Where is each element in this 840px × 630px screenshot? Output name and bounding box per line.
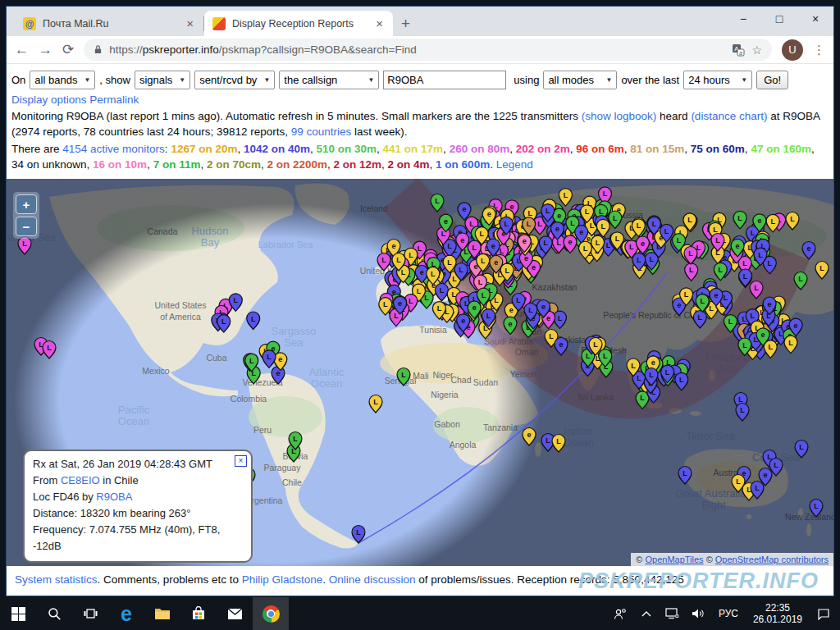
sentrcvd-select[interactable]: sent/rcvd by▼ xyxy=(194,71,275,89)
map-marker[interactable]: e xyxy=(272,367,285,385)
file-explorer-button[interactable] xyxy=(144,597,180,630)
map-marker[interactable]: L xyxy=(733,211,746,229)
back-icon[interactable]: ← xyxy=(15,43,29,57)
map-marker[interactable]: e xyxy=(504,317,517,335)
popup-close-icon[interactable]: × xyxy=(235,455,247,467)
taskbar-clock[interactable]: 22:35 26.01.2019 xyxy=(746,602,809,625)
map-marker[interactable]: e xyxy=(802,242,815,260)
signals-select[interactable]: signals▼ xyxy=(135,71,190,89)
callsign-input[interactable]: R9OBA xyxy=(383,71,506,89)
philip-gladstone-link[interactable]: Philip Gladstone xyxy=(242,573,322,586)
map-marker[interactable]: L xyxy=(786,212,799,231)
callsign-ce8eio-link[interactable]: CE8EIO xyxy=(61,474,100,486)
search-button[interactable] xyxy=(36,597,72,630)
svg-text:L: L xyxy=(447,242,452,250)
distance-chart-link[interactable]: (distance chart) xyxy=(691,110,767,122)
openmaptiles-link[interactable]: OpenMapTiles xyxy=(645,555,703,564)
minimize-button[interactable]: − xyxy=(725,7,761,31)
modes-select[interactable]: all modes▼ xyxy=(543,71,617,89)
tab-close-icon[interactable]: × xyxy=(185,17,195,30)
edge-button[interactable]: e xyxy=(108,597,144,630)
map-marker[interactable]: L xyxy=(609,211,622,229)
keyboard-language[interactable]: РУС xyxy=(714,608,743,619)
map-marker[interactable]: L xyxy=(552,435,565,453)
map-marker[interactable]: L xyxy=(675,372,688,390)
map-marker[interactable]: L xyxy=(684,247,697,265)
translate-icon[interactable]: A a xyxy=(732,43,745,57)
map-marker[interactable]: L xyxy=(554,311,567,329)
map-marker[interactable]: L xyxy=(262,350,276,368)
permalink-link[interactable]: Permalink xyxy=(89,94,139,106)
map-marker[interactable]: e xyxy=(555,338,568,356)
windows-taskbar: e xyxy=(0,597,840,630)
profile-avatar[interactable]: U xyxy=(782,39,803,61)
store-button[interactable] xyxy=(180,597,217,630)
svg-text:e: e xyxy=(579,228,583,236)
map-marker[interactable]: L xyxy=(784,336,797,354)
task-view-button[interactable] xyxy=(72,597,108,630)
svg-text:L: L xyxy=(440,286,445,294)
people-button[interactable] xyxy=(609,597,632,630)
reception-map[interactable]: Bering SeaCanadaHudsonBayLabrador SeaIce… xyxy=(7,179,833,566)
browser-menu-icon[interactable]: ⋮ xyxy=(813,43,825,57)
map-marker[interactable]: L xyxy=(815,262,829,280)
forward-icon[interactable]: → xyxy=(39,43,52,57)
map-marker[interactable]: L xyxy=(685,263,698,281)
map-marker[interactable]: L xyxy=(431,194,444,212)
map-marker[interactable]: L xyxy=(739,269,752,287)
zoom-out-button[interactable]: − xyxy=(16,217,37,236)
callsign-mode-select[interactable]: the callsign▼ xyxy=(279,71,379,89)
callsign-r9oba-link[interactable]: R9OBA xyxy=(96,491,132,503)
openstreetmap-link[interactable]: OpenStreetMap contributors xyxy=(715,555,829,564)
chevron-up-icon xyxy=(641,610,651,617)
svg-text:e: e xyxy=(557,212,561,220)
svg-text:L: L xyxy=(528,209,533,217)
map-marker[interactable]: e xyxy=(523,428,536,446)
map-marker[interactable]: L xyxy=(794,272,807,290)
online-discussion-link[interactable]: Online discussion xyxy=(329,573,416,586)
map-marker[interactable]: L xyxy=(678,467,692,485)
svg-text:L: L xyxy=(713,226,718,234)
active-monitors-link[interactable]: 4154 active monitors xyxy=(62,143,165,155)
new-tab-button[interactable]: + xyxy=(393,15,420,36)
map-marker[interactable]: L xyxy=(247,312,260,330)
map-marker[interactable]: L xyxy=(43,341,56,359)
bookmark-star-icon[interactable]: ☆ xyxy=(751,43,762,57)
tab-mail-ru[interactable]: @ Почта Mail.Ru × xyxy=(15,11,203,36)
tray-expand-button[interactable] xyxy=(635,597,658,630)
address-bar[interactable]: https://pskreporter.info/pskmap?callsign… xyxy=(84,39,772,61)
map-marker[interactable]: L xyxy=(736,404,749,422)
go-button[interactable]: Go! xyxy=(756,71,788,89)
chrome-button[interactable] xyxy=(253,597,289,630)
map-marker[interactable]: L xyxy=(750,281,763,299)
volume-button[interactable] xyxy=(687,597,710,630)
svg-text:L: L xyxy=(664,227,669,235)
action-center-button[interactable] xyxy=(812,597,835,630)
map-marker[interactable]: L xyxy=(397,368,410,386)
period-select[interactable]: 24 hours▼ xyxy=(683,71,752,89)
map-marker[interactable]: L xyxy=(693,311,706,329)
zoom-in-button[interactable]: + xyxy=(16,194,37,214)
network-button[interactable] xyxy=(661,597,684,630)
mail-button[interactable] xyxy=(217,597,253,630)
map-marker[interactable]: L xyxy=(377,253,390,272)
map-marker[interactable]: L xyxy=(795,441,808,459)
bands-select[interactable]: all bands▼ xyxy=(30,71,95,89)
show-logbook-link[interactable]: (show logbook) xyxy=(582,110,657,122)
close-button[interactable]: × xyxy=(797,7,833,31)
reload-icon[interactable]: ⟳ xyxy=(62,43,74,57)
tab-reception-reports[interactable]: Display Reception Reports × xyxy=(204,11,393,36)
tab-close-icon[interactable]: × xyxy=(374,17,385,30)
map-marker[interactable]: L xyxy=(369,395,382,413)
map-marker[interactable]: e xyxy=(564,235,577,253)
countries-link[interactable]: 99 countries xyxy=(291,126,352,138)
map-marker[interactable]: L xyxy=(810,500,823,518)
legend-link[interactable]: Legend xyxy=(496,158,533,171)
map-marker[interactable]: L xyxy=(18,237,31,255)
maximize-button[interactable]: □ xyxy=(761,7,797,31)
start-button[interactable] xyxy=(0,597,36,630)
map-marker[interactable]: L xyxy=(435,284,448,302)
display-options-link[interactable]: Display options xyxy=(11,94,87,106)
map-marker[interactable]: L xyxy=(559,189,572,207)
system-statistics-link[interactable]: System statistics xyxy=(15,573,98,586)
